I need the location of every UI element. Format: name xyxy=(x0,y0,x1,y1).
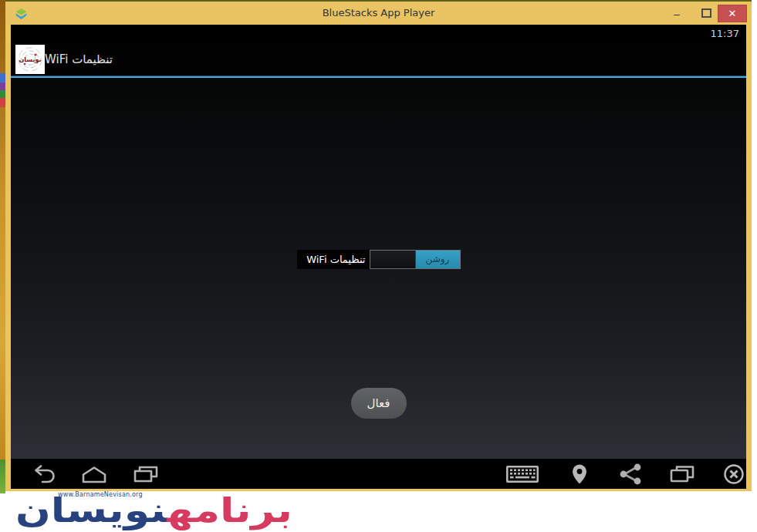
app-content: تنظیمات WiFi روشن فعال xyxy=(11,78,746,459)
share-icon[interactable] xyxy=(613,463,647,485)
wifi-settings-row[interactable]: تنظیمات WiFi روشن xyxy=(297,250,461,269)
back-icon[interactable] xyxy=(25,463,59,485)
window-title: BlueStacks App Player xyxy=(5,3,752,25)
brand-wordmark: برنامهنویسان xyxy=(15,490,292,530)
maximize-button[interactable] xyxy=(701,8,711,18)
desktop-pixel xyxy=(0,460,5,493)
location-icon[interactable] xyxy=(563,463,596,485)
minimize-button[interactable]: – xyxy=(667,5,687,22)
desktop-pixel xyxy=(0,82,5,90)
windows-icon[interactable] xyxy=(665,463,699,485)
desktop-pixel xyxy=(0,90,5,98)
keyboard-icon[interactable] xyxy=(505,463,539,485)
svg-text:نویسان: نویسان xyxy=(19,56,42,63)
brand-url-text: www.BarnameNevisan.org xyxy=(58,491,143,498)
desktop-pixel xyxy=(0,98,5,107)
android-nav-bar xyxy=(11,459,746,489)
desktop-pixel xyxy=(0,73,5,82)
desktop-background-sliver xyxy=(0,0,5,491)
window-titlebar[interactable]: BlueStacks App Player – ✕ xyxy=(5,3,752,25)
wifi-toggle-switch[interactable]: روشن xyxy=(370,250,461,269)
recents-icon[interactable] xyxy=(129,463,163,485)
enable-button[interactable]: فعال xyxy=(351,388,407,419)
android-screen: 11:37 نویسان تنظیمات WiFi xyxy=(11,25,746,489)
app-logo-icon: نویسان xyxy=(15,45,45,74)
bluestacks-window: BlueStacks App Player – ✕ 11:37 نویسان xyxy=(5,0,752,491)
brand-part-red: برنامه xyxy=(167,490,292,530)
status-clock: 11:37 xyxy=(711,28,739,39)
screenshot-stage: BlueStacks App Player – ✕ 11:37 نویسان xyxy=(0,0,757,532)
app-action-bar: نویسان تنظیمات WiFi xyxy=(11,43,746,76)
toggle-track xyxy=(370,251,415,268)
app-title: تنظیمات WiFi xyxy=(45,52,113,66)
barnamenevisan-logo: برنامهنویسان www.BarnameNevisan.org xyxy=(15,490,309,532)
home-icon[interactable] xyxy=(77,463,111,485)
toggle-thumb-on[interactable]: روشن xyxy=(415,251,460,268)
close-circle-icon[interactable] xyxy=(717,463,751,485)
android-status-bar: 11:37 xyxy=(11,25,746,43)
wifi-row-label: تنظیمات WiFi xyxy=(297,250,370,269)
close-button[interactable]: ✕ xyxy=(718,5,747,22)
